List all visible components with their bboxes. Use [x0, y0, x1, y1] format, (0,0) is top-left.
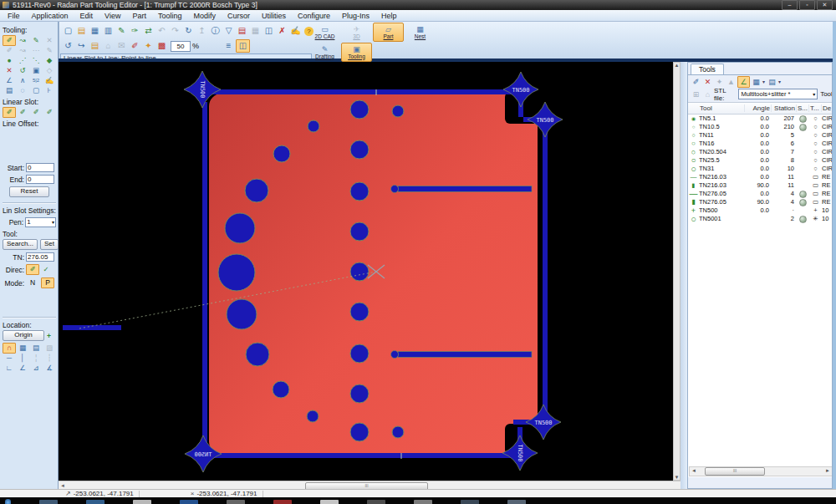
table-row[interactable]: —TN276.050.04▭RE	[688, 190, 832, 198]
start-button[interactable]	[5, 499, 11, 504]
redo-icon[interactable]: ↷	[169, 25, 181, 37]
up-icon[interactable]: ↥	[196, 25, 208, 37]
chevron-down-icon[interactable]: ▾	[762, 79, 765, 84]
mode-tooling[interactable]: ▣Tooling	[341, 43, 372, 62]
table-row[interactable]: —TN216.030.011▭RE	[688, 173, 832, 181]
column-header-t[interactable]: T...	[809, 104, 822, 112]
taskbar-app-icon[interactable]	[227, 500, 245, 504]
star-icon[interactable]: ✦	[142, 40, 155, 52]
windows-taskbar[interactable]	[0, 497, 836, 504]
column-header-angle[interactable]: Angle	[745, 104, 772, 112]
info-icon[interactable]: ⓘ	[209, 25, 222, 37]
table-row[interactable]: ○TN50012✳10	[688, 215, 832, 223]
undo-icon[interactable]: ↶	[155, 25, 168, 37]
taskbar-app-icon[interactable]	[367, 500, 385, 504]
taskbar-app-icon[interactable]	[507, 500, 526, 504]
pen-select[interactable]: 1 ▾	[25, 217, 56, 227]
mode-option-p[interactable]: P	[41, 277, 54, 288]
mail-icon[interactable]: ✉	[115, 40, 128, 52]
location-icon-11[interactable]: ⊿	[29, 363, 43, 374]
origin-plus-icon[interactable]: +	[47, 332, 51, 340]
linear-slot-icon-1[interactable]: ✐	[3, 107, 16, 118]
scroll-left-icon[interactable]: ◄	[691, 467, 696, 474]
linear-slot-icon-2[interactable]: ✐	[16, 107, 29, 118]
frame-view-icon[interactable]: ◫	[236, 39, 250, 53]
taskbar-app-icon[interactable]	[39, 500, 58, 504]
linear-slot-icon-4[interactable]: ✐	[43, 107, 56, 118]
tooling-icon-21[interactable]: ▤	[3, 85, 16, 96]
new-icon[interactable]: ▢	[62, 25, 74, 37]
column-header-de[interactable]: De	[822, 104, 832, 112]
table-row[interactable]: ◉TN5.10.0207○CIR	[688, 115, 832, 123]
column-header-station[interactable]: Station	[772, 104, 797, 112]
scrollbar-thumb[interactable]: III	[705, 467, 765, 476]
start-input[interactable]: 0	[26, 163, 54, 172]
tooling-icon-23[interactable]: ▢	[29, 85, 43, 96]
mode-drafting[interactable]: ✎Drafting	[309, 43, 340, 62]
location-icon-12[interactable]: ∡	[43, 363, 56, 374]
taskbar-app-icon[interactable]	[180, 500, 198, 504]
tooling-icon-22[interactable]: ◌	[16, 85, 29, 96]
table-header[interactable]: ToolAngleStationS...T...De	[688, 103, 832, 115]
menu-help[interactable]: Help	[375, 11, 403, 21]
table-row[interactable]: +TN5000.0·+10	[688, 206, 832, 215]
menu-utilities[interactable]: Utilities	[256, 11, 292, 21]
close-button[interactable]: ✕	[817, 0, 833, 10]
table-row[interactable]: ○TN25.50.08○CIR	[688, 156, 832, 165]
minimize-button[interactable]: –	[782, 0, 798, 10]
taskbar-app-icon[interactable]	[414, 500, 432, 504]
taskbar-app-icon[interactable]	[320, 500, 339, 504]
direc-icon-1[interactable]: ✐	[26, 264, 39, 275]
maximize-button[interactable]: ▫	[799, 0, 815, 10]
menu-modify[interactable]: Modify	[187, 11, 222, 21]
filter-icon[interactable]: ▽	[222, 25, 235, 37]
mode-3d[interactable]: ✈3D	[341, 23, 372, 42]
home-icon[interactable]: ⌂	[102, 40, 115, 52]
location-icon-10[interactable]: ∠	[16, 363, 29, 374]
pointer-help-icon[interactable]: ✍	[289, 25, 302, 37]
panel-splitter[interactable]	[681, 62, 687, 489]
menu-view[interactable]: View	[99, 11, 126, 21]
table-horizontal-scrollbar[interactable]: ◄ III ►	[689, 466, 832, 476]
mode-part[interactable]: ▱Part	[373, 23, 404, 42]
mode-nest[interactable]: ▦Nest	[405, 23, 436, 42]
swap-icon[interactable]: ⇄	[142, 25, 155, 37]
taskbar-app-icon[interactable]	[133, 500, 151, 504]
table-row[interactable]: ▮TN216.0390.011▭RE	[688, 181, 832, 190]
table-row[interactable]: ▮TN276.0590.04▭RE	[688, 198, 832, 206]
scroll-left-icon[interactable]: ◄	[60, 482, 65, 489]
pin-icon[interactable]: ▲	[726, 77, 737, 87]
taskbar-app-icon[interactable]	[86, 500, 104, 504]
pattern-icon[interactable]: ▩	[155, 40, 168, 52]
annotate-icon[interactable]: ✑	[129, 25, 141, 37]
tooling-icon-24[interactable]: ⊦	[43, 85, 56, 96]
end-input[interactable]: 0	[26, 175, 54, 184]
menu-configure[interactable]: Configure	[292, 11, 336, 21]
canvas-vertical-scrollbar[interactable]: ▲▼	[673, 62, 681, 481]
clipboard-icon[interactable]: ▤	[236, 25, 248, 37]
origin-button[interactable]: Origin	[3, 330, 44, 341]
menu-edit[interactable]: Edit	[74, 11, 99, 21]
grid-icon[interactable]: ▦	[249, 25, 262, 37]
zoom-input[interactable]: 50	[171, 41, 191, 52]
table-row[interactable]: ○TN160.06○CIR	[688, 140, 832, 148]
delete-user-icon[interactable]: ✗	[276, 25, 288, 37]
taskbar-app-icon[interactable]	[461, 500, 479, 504]
pen-icon[interactable]: ✐	[129, 40, 141, 52]
open-icon[interactable]: ▤	[75, 25, 88, 37]
jump-icon[interactable]: ↪	[75, 40, 88, 52]
mode-option-n[interactable]: N	[26, 277, 39, 288]
table-row[interactable]: ○TN110.05○CIR	[688, 131, 832, 140]
taskbar-app-icon[interactable]	[273, 500, 292, 504]
table-row[interactable]: ○TN310.010○CIR	[688, 165, 832, 173]
menu-plug-ins[interactable]: Plug-Ins	[336, 11, 375, 21]
edit-icon[interactable]: ✎	[115, 25, 128, 37]
sheet-icon[interactable]: ▤	[89, 40, 101, 52]
table-row[interactable]: ○TN20.5040.07○CIR	[688, 148, 832, 156]
angle-sort-icon[interactable]: ∠	[737, 76, 750, 88]
menu-file[interactable]: File	[2, 11, 26, 21]
tn-input[interactable]: 276.05	[26, 252, 54, 262]
edit-tool-icon[interactable]: ✐	[691, 77, 701, 87]
search-button[interactable]: Search...	[3, 239, 38, 250]
menu-tooling[interactable]: Tooling	[152, 11, 188, 21]
